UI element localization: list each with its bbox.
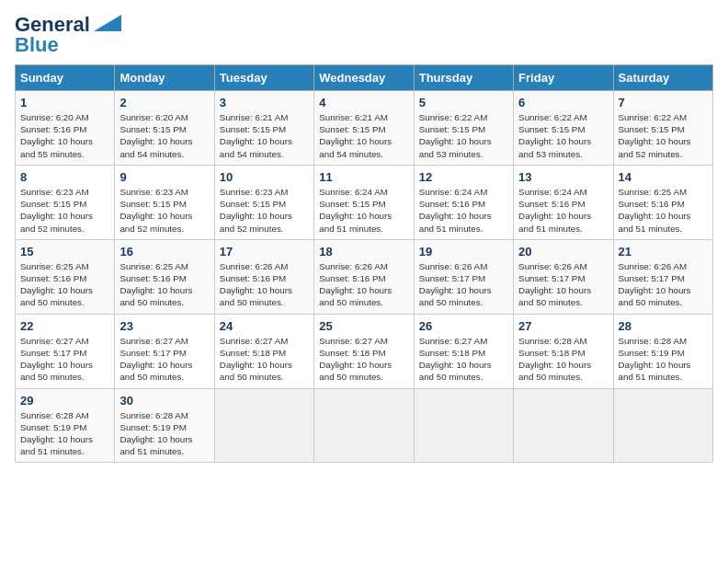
day-detail: Sunrise: 6:25 AMSunset: 5:16 PMDaylight:…: [20, 261, 93, 308]
day-number: 25: [319, 319, 408, 333]
day-detail: Sunrise: 6:21 AMSunset: 5:15 PMDaylight:…: [220, 112, 292, 159]
day-number: 4: [319, 96, 408, 109]
day-number: 15: [20, 245, 109, 259]
day-cell: 13 Sunrise: 6:24 AMSunset: 5:16 PMDaylig…: [514, 165, 613, 239]
day-number: 5: [419, 96, 508, 109]
col-header-tuesday: Tuesday: [214, 65, 313, 91]
day-detail: Sunrise: 6:28 AMSunset: 5:19 PMDaylight:…: [20, 410, 93, 457]
day-detail: Sunrise: 6:27 AMSunset: 5:18 PMDaylight:…: [419, 336, 492, 383]
day-cell: 9 Sunrise: 6:23 AMSunset: 5:15 PMDayligh…: [115, 165, 214, 239]
day-cell: 26 Sunrise: 6:27 AMSunset: 5:18 PMDaylig…: [414, 314, 513, 388]
page-header: General Blue: [15, 15, 713, 55]
day-detail: Sunrise: 6:27 AMSunset: 5:17 PMDaylight:…: [119, 336, 192, 383]
day-detail: Sunrise: 6:20 AMSunset: 5:16 PMDaylight:…: [20, 112, 93, 159]
week-row-4: 22 Sunrise: 6:27 AMSunset: 5:17 PMDaylig…: [16, 314, 713, 388]
day-cell: 22 Sunrise: 6:27 AMSunset: 5:17 PMDaylig…: [16, 314, 115, 388]
day-number: 22: [20, 319, 109, 333]
day-detail: Sunrise: 6:27 AMSunset: 5:18 PMDaylight:…: [220, 336, 292, 383]
day-detail: Sunrise: 6:27 AMSunset: 5:17 PMDaylight:…: [20, 336, 93, 383]
day-number: 28: [619, 319, 708, 333]
logo-text: General: [15, 15, 90, 35]
day-number: 18: [319, 245, 408, 259]
day-cell: 16 Sunrise: 6:25 AMSunset: 5:16 PMDaylig…: [115, 239, 214, 314]
day-cell: 29 Sunrise: 6:28 AMSunset: 5:19 PMDaylig…: [16, 388, 115, 463]
day-detail: Sunrise: 6:25 AMSunset: 5:16 PMDaylight:…: [619, 187, 691, 234]
day-cell: 10 Sunrise: 6:23 AMSunset: 5:15 PMDaylig…: [214, 165, 313, 239]
day-cell: 25 Sunrise: 6:27 AMSunset: 5:18 PMDaylig…: [314, 314, 414, 388]
col-header-friday: Friday: [514, 65, 613, 91]
col-header-wednesday: Wednesday: [314, 65, 414, 91]
day-number: 23: [119, 319, 209, 333]
day-number: 29: [20, 394, 109, 408]
day-cell: 1 Sunrise: 6:20 AMSunset: 5:16 PMDayligh…: [16, 91, 115, 166]
day-cell: 2 Sunrise: 6:20 AMSunset: 5:15 PMDayligh…: [115, 91, 214, 166]
day-detail: Sunrise: 6:26 AMSunset: 5:16 PMDaylight:…: [319, 261, 392, 308]
day-cell: 11 Sunrise: 6:24 AMSunset: 5:15 PMDaylig…: [314, 165, 414, 239]
day-detail: Sunrise: 6:28 AMSunset: 5:19 PMDaylight:…: [119, 410, 192, 457]
calendar-table: SundayMondayTuesdayWednesdayThursdayFrid…: [15, 64, 713, 463]
day-detail: Sunrise: 6:27 AMSunset: 5:18 PMDaylight:…: [319, 336, 392, 383]
day-cell: 15 Sunrise: 6:25 AMSunset: 5:16 PMDaylig…: [16, 239, 115, 314]
week-row-5: 29 Sunrise: 6:28 AMSunset: 5:19 PMDaylig…: [16, 388, 713, 463]
day-cell: [514, 388, 613, 463]
day-cell: 28 Sunrise: 6:28 AMSunset: 5:19 PMDaylig…: [613, 314, 712, 388]
day-number: 11: [319, 170, 408, 184]
day-number: 30: [119, 394, 209, 408]
week-row-1: 1 Sunrise: 6:20 AMSunset: 5:16 PMDayligh…: [16, 91, 713, 166]
day-number: 10: [220, 170, 309, 184]
day-number: 26: [419, 319, 508, 333]
col-header-saturday: Saturday: [613, 65, 712, 91]
day-cell: 14 Sunrise: 6:25 AMSunset: 5:16 PMDaylig…: [613, 165, 712, 239]
day-detail: Sunrise: 6:22 AMSunset: 5:15 PMDaylight:…: [619, 112, 691, 159]
day-detail: Sunrise: 6:24 AMSunset: 5:15 PMDaylight:…: [319, 187, 392, 234]
day-detail: Sunrise: 6:28 AMSunset: 5:18 PMDaylight:…: [518, 336, 591, 383]
day-cell: 18 Sunrise: 6:26 AMSunset: 5:16 PMDaylig…: [314, 239, 414, 314]
logo-blue: Blue: [15, 35, 59, 55]
day-cell: 7 Sunrise: 6:22 AMSunset: 5:15 PMDayligh…: [613, 91, 712, 166]
day-detail: Sunrise: 6:28 AMSunset: 5:19 PMDaylight:…: [619, 336, 691, 383]
day-detail: Sunrise: 6:25 AMSunset: 5:16 PMDaylight:…: [119, 261, 192, 308]
day-cell: 24 Sunrise: 6:27 AMSunset: 5:18 PMDaylig…: [214, 314, 313, 388]
day-number: 14: [619, 170, 708, 184]
day-detail: Sunrise: 6:22 AMSunset: 5:15 PMDaylight:…: [419, 112, 492, 159]
col-header-thursday: Thursday: [414, 65, 513, 91]
day-cell: [314, 388, 414, 463]
day-cell: 4 Sunrise: 6:21 AMSunset: 5:15 PMDayligh…: [314, 91, 414, 166]
day-cell: 20 Sunrise: 6:26 AMSunset: 5:17 PMDaylig…: [514, 239, 613, 314]
day-cell: 23 Sunrise: 6:27 AMSunset: 5:17 PMDaylig…: [115, 314, 214, 388]
day-cell: 8 Sunrise: 6:23 AMSunset: 5:15 PMDayligh…: [16, 165, 115, 239]
day-number: 17: [220, 245, 309, 259]
day-detail: Sunrise: 6:26 AMSunset: 5:17 PMDaylight:…: [419, 261, 492, 308]
day-detail: Sunrise: 6:26 AMSunset: 5:16 PMDaylight:…: [220, 261, 292, 308]
day-number: 9: [119, 170, 209, 184]
day-cell: [214, 388, 313, 463]
week-row-2: 8 Sunrise: 6:23 AMSunset: 5:15 PMDayligh…: [16, 165, 713, 239]
day-number: 12: [419, 170, 508, 184]
day-cell: 12 Sunrise: 6:24 AMSunset: 5:16 PMDaylig…: [414, 165, 513, 239]
day-number: 27: [518, 319, 608, 333]
day-number: 16: [119, 245, 209, 259]
day-detail: Sunrise: 6:24 AMSunset: 5:16 PMDaylight:…: [518, 187, 591, 234]
day-number: 2: [119, 96, 209, 109]
day-number: 3: [220, 96, 309, 109]
day-cell: 19 Sunrise: 6:26 AMSunset: 5:17 PMDaylig…: [414, 239, 513, 314]
day-number: 1: [20, 96, 109, 109]
day-number: 21: [619, 245, 708, 259]
col-header-sunday: Sunday: [16, 65, 115, 91]
day-number: 7: [619, 96, 708, 109]
day-cell: [414, 388, 513, 463]
day-cell: 17 Sunrise: 6:26 AMSunset: 5:16 PMDaylig…: [214, 239, 313, 314]
day-cell: 3 Sunrise: 6:21 AMSunset: 5:15 PMDayligh…: [214, 91, 313, 166]
day-detail: Sunrise: 6:20 AMSunset: 5:15 PMDaylight:…: [119, 112, 192, 159]
day-detail: Sunrise: 6:23 AMSunset: 5:15 PMDaylight:…: [220, 187, 292, 234]
day-detail: Sunrise: 6:22 AMSunset: 5:15 PMDaylight:…: [518, 112, 591, 159]
day-number: 24: [220, 319, 309, 333]
day-number: 8: [20, 170, 109, 184]
day-number: 19: [419, 245, 508, 259]
col-header-monday: Monday: [115, 65, 214, 91]
svg-marker-0: [94, 15, 121, 31]
day-number: 13: [518, 170, 608, 184]
logo: General Blue: [15, 15, 121, 55]
day-cell: 27 Sunrise: 6:28 AMSunset: 5:18 PMDaylig…: [514, 314, 613, 388]
day-detail: Sunrise: 6:23 AMSunset: 5:15 PMDaylight:…: [20, 187, 93, 234]
